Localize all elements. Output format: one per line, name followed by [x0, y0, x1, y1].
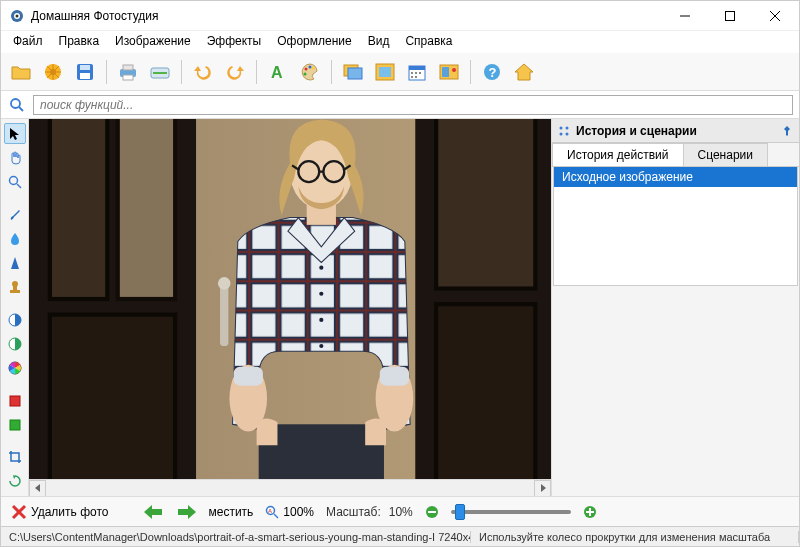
- scroll-right-arrow-icon[interactable]: [534, 480, 551, 497]
- maximize-button[interactable]: [707, 1, 752, 30]
- svg-line-43: [19, 107, 23, 111]
- postcard-button[interactable]: [435, 58, 463, 86]
- svg-rect-73: [380, 367, 409, 386]
- svg-point-23: [309, 65, 312, 68]
- titlebar: Домашняя Фотостудия: [1, 1, 799, 31]
- images-button[interactable]: [339, 58, 367, 86]
- scanner-button[interactable]: [146, 58, 174, 86]
- minimize-button[interactable]: [662, 1, 707, 30]
- rotate-tool[interactable]: [4, 471, 26, 492]
- scroll-track[interactable]: [46, 480, 534, 497]
- redo-button[interactable]: [221, 58, 249, 86]
- menu-file[interactable]: Файл: [5, 31, 51, 53]
- tab-history[interactable]: История действий: [552, 143, 684, 166]
- next-button[interactable]: [174, 503, 200, 521]
- svg-rect-48: [10, 290, 20, 293]
- hand-tool[interactable]: [4, 147, 26, 168]
- hue-tool[interactable]: [4, 333, 26, 354]
- close-button[interactable]: [752, 1, 797, 30]
- svg-rect-31: [409, 66, 425, 70]
- calendar-button[interactable]: [403, 58, 431, 86]
- delete-photo-button[interactable]: Удалить фото: [7, 502, 112, 522]
- svg-rect-47: [13, 286, 17, 290]
- contrast-tool[interactable]: [4, 309, 26, 330]
- zoom-slider[interactable]: [451, 510, 571, 514]
- print-button[interactable]: [114, 58, 142, 86]
- svg-point-25: [312, 66, 315, 69]
- history-list[interactable]: Исходное изображение: [553, 166, 798, 286]
- svg-point-86: [566, 126, 569, 129]
- scale-label: Масштаб:: [326, 505, 381, 519]
- green-square-tool[interactable]: [4, 414, 26, 435]
- svg-rect-18: [123, 75, 133, 80]
- svg-rect-63: [118, 119, 175, 299]
- sharpen-tool[interactable]: [4, 252, 26, 273]
- svg-rect-65: [436, 119, 535, 289]
- svg-rect-62: [50, 119, 107, 299]
- svg-rect-14: [80, 65, 90, 70]
- menu-effects[interactable]: Эффекты: [199, 31, 270, 53]
- scroll-left-arrow-icon[interactable]: [29, 480, 46, 497]
- svg-point-82: [319, 292, 323, 296]
- pointer-tool[interactable]: [4, 123, 26, 144]
- svg-rect-15: [80, 73, 90, 79]
- right-panel: История и сценарии История действий Сцен…: [551, 119, 799, 496]
- prev-button[interactable]: [140, 503, 166, 521]
- stamp-tool[interactable]: [4, 276, 26, 297]
- zoom-out-button[interactable]: [421, 503, 443, 521]
- menu-image[interactable]: Изображение: [107, 31, 199, 53]
- menu-view[interactable]: Вид: [360, 31, 398, 53]
- horizontal-scrollbar[interactable]: [29, 479, 551, 496]
- status-bar: C:\Users\ContentManager\Downloads\portra…: [1, 526, 799, 546]
- fit-label[interactable]: местить: [208, 505, 253, 519]
- help-button[interactable]: ?: [478, 58, 506, 86]
- svg-rect-17: [123, 65, 133, 70]
- panel-tabs: История действий Сценарии: [552, 143, 799, 167]
- red-square-tool[interactable]: [4, 390, 26, 411]
- toolbar-separator: [256, 60, 257, 84]
- zoom-slider-knob[interactable]: [455, 504, 465, 520]
- scale-value: 10%: [389, 505, 413, 519]
- crop-tool[interactable]: [4, 447, 26, 468]
- searchbar: [1, 91, 799, 119]
- undo-button[interactable]: [189, 58, 217, 86]
- zoom-tool[interactable]: [4, 171, 26, 192]
- zoom-100-button[interactable]: A 100%: [261, 503, 318, 521]
- pin-icon[interactable]: [781, 125, 793, 137]
- save-button[interactable]: [71, 58, 99, 86]
- home-button[interactable]: [510, 58, 538, 86]
- menu-edit[interactable]: Правка: [51, 31, 108, 53]
- drop-tool[interactable]: [4, 228, 26, 249]
- tab-scenarios[interactable]: Сценарии: [683, 143, 768, 166]
- svg-point-22: [305, 67, 308, 70]
- brush-tool[interactable]: [4, 204, 26, 225]
- svg-rect-52: [10, 396, 20, 406]
- search-input[interactable]: [33, 95, 793, 115]
- menu-help[interactable]: Справка: [397, 31, 460, 53]
- app-title: Домашняя Фотостудия: [31, 9, 662, 23]
- toolbar-separator: [470, 60, 471, 84]
- menubar: Файл Правка Изображение Эффекты Оформлен…: [1, 31, 799, 53]
- toolbar-separator: [331, 60, 332, 84]
- svg-rect-27: [348, 68, 362, 79]
- canvas[interactable]: [29, 119, 551, 479]
- panel-title: История и сценарии: [576, 124, 697, 138]
- frame-button[interactable]: [371, 58, 399, 86]
- menu-design[interactable]: Оформление: [269, 31, 359, 53]
- svg-point-81: [319, 266, 323, 270]
- svg-point-2: [16, 14, 19, 17]
- svg-text:A: A: [271, 64, 283, 81]
- zoom-in-button[interactable]: [579, 503, 601, 521]
- palette-button[interactable]: [296, 58, 324, 86]
- bottom-bar: Удалить фото местить A 100% Масштаб: 10%: [1, 496, 799, 526]
- svg-point-85: [560, 126, 563, 129]
- open-folder-button[interactable]: [7, 58, 35, 86]
- text-button[interactable]: A: [264, 58, 292, 86]
- zoom-100-label: 100%: [283, 505, 314, 519]
- color-wheel-tool[interactable]: [4, 357, 26, 378]
- history-item-original[interactable]: Исходное изображение: [554, 167, 797, 187]
- catalog-button[interactable]: [39, 58, 67, 86]
- svg-point-83: [319, 318, 323, 322]
- svg-point-88: [566, 132, 569, 135]
- magnify-a-icon: A: [265, 505, 279, 519]
